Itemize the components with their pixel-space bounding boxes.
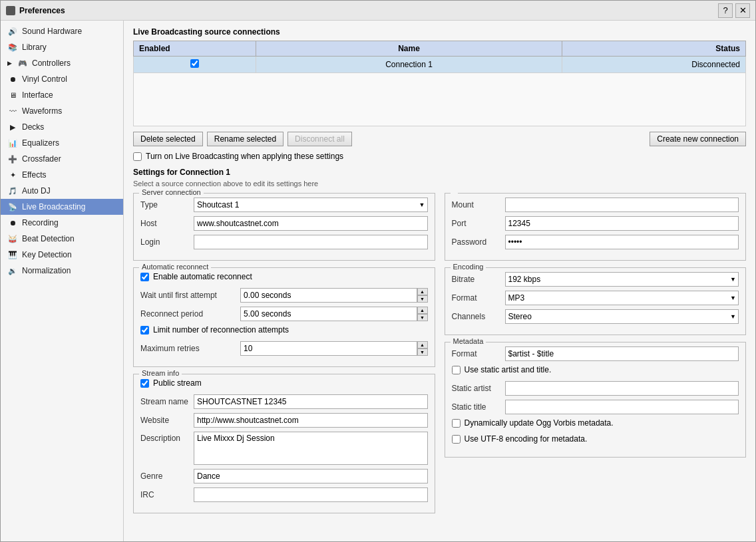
wait-row: Wait until first attempt ▲ ▼ bbox=[140, 288, 428, 303]
sidebar-item-waveforms[interactable]: 〰Waveforms bbox=[1, 103, 123, 119]
sidebar-item-interface[interactable]: 🖥Interface bbox=[1, 87, 123, 103]
create-new-connection-button[interactable]: Create new connection bbox=[650, 132, 746, 146]
sidebar-icon-beat-detection: 🥁 bbox=[7, 233, 18, 244]
main-panel: Live Broadcasting source connections Ena… bbox=[124, 21, 755, 541]
left-col: Server connection Type Shoutcast 1 Shout… bbox=[133, 193, 435, 520]
wait-input[interactable] bbox=[240, 288, 417, 303]
sidebar-item-crossfader[interactable]: ➕Crossfader bbox=[1, 151, 123, 167]
wait-down-btn[interactable]: ▼ bbox=[417, 295, 428, 303]
host-row: Host bbox=[140, 216, 428, 231]
reconnect-spinner: ▲ ▼ bbox=[240, 307, 428, 321]
port-input[interactable] bbox=[505, 216, 739, 231]
password-label: Password bbox=[452, 237, 505, 247]
sidebar-label-key-detection: Key Detection bbox=[22, 250, 72, 259]
use-static-checkbox[interactable] bbox=[452, 366, 461, 374]
sidebar-item-equalizers[interactable]: 📊Equalizers bbox=[1, 135, 123, 151]
sidebar-icon-decks: ▶ bbox=[7, 122, 18, 132]
mount-label: Mount bbox=[452, 200, 505, 209]
dynamic-ogg-row: Dynamically update Ogg Vorbis metadata. bbox=[452, 418, 739, 428]
use-static-label: Use static artist and title. bbox=[465, 365, 552, 374]
bitrate-select[interactable]: 64 kbps 128 kbps 192 kbps 256 kbps 320 k… bbox=[505, 272, 739, 287]
reconnect-up-btn[interactable]: ▲ bbox=[417, 307, 428, 314]
website-row: Website bbox=[140, 413, 428, 428]
sidebar-label-beat-detection: Beat Detection bbox=[22, 234, 75, 243]
sidebar-label-auto-dj: Auto DJ bbox=[22, 186, 51, 196]
login-label: Login bbox=[140, 237, 194, 247]
max-retries-down-btn[interactable]: ▼ bbox=[417, 348, 428, 356]
irc-label: IRC bbox=[140, 490, 194, 499]
sidebar-item-key-detection[interactable]: 🎹Key Detection bbox=[1, 247, 123, 263]
delete-selected-button[interactable]: Delete selected bbox=[133, 132, 203, 146]
conn-name-cell: Connection 1 bbox=[256, 57, 562, 73]
mount-input[interactable] bbox=[505, 198, 739, 212]
genre-label: Genre bbox=[140, 472, 194, 481]
window-title: Preferences bbox=[19, 6, 65, 15]
sidebar-label-vinyl-control: Vinyl Control bbox=[22, 74, 67, 84]
website-input[interactable] bbox=[194, 413, 428, 428]
stream-name-input[interactable] bbox=[194, 394, 428, 409]
genre-row: Genre bbox=[140, 469, 428, 483]
sidebar-icon-interface: 🖥 bbox=[7, 90, 18, 100]
limit-checkbox[interactable] bbox=[140, 326, 149, 335]
auto-reconnect-group: Automatic reconnect Enable automatic rec… bbox=[133, 267, 435, 367]
static-title-input[interactable] bbox=[505, 400, 739, 414]
reconnect-input[interactable] bbox=[240, 307, 417, 321]
mount-row: Mount bbox=[452, 198, 739, 212]
table-row[interactable]: Connection 1 Disconnected bbox=[134, 57, 746, 73]
type-select[interactable]: Shoutcast 1 Shoutcast 2 Icecast 2 bbox=[194, 198, 428, 212]
table-empty-row bbox=[134, 73, 746, 126]
sidebar-label-waveforms: Waveforms bbox=[22, 106, 62, 116]
max-retries-input[interactable] bbox=[240, 341, 417, 356]
public-stream-row: Public stream bbox=[140, 378, 428, 388]
app-icon bbox=[6, 6, 15, 15]
close-button[interactable]: ✕ bbox=[735, 3, 750, 18]
sidebar-item-controllers[interactable]: ▶🎮Controllers bbox=[1, 55, 123, 71]
sidebar-item-sound-hardware[interactable]: 🔊Sound Hardware bbox=[1, 23, 123, 39]
max-retries-up-btn[interactable]: ▲ bbox=[417, 341, 428, 348]
sidebar-item-auto-dj[interactable]: 🎵Auto DJ bbox=[1, 183, 123, 199]
password-input[interactable] bbox=[505, 235, 739, 249]
public-stream-label: Public stream bbox=[153, 378, 202, 388]
conn-enabled-cell[interactable] bbox=[134, 57, 256, 73]
sidebar-item-library[interactable]: 📚Library bbox=[1, 39, 123, 55]
bitrate-row: Bitrate 64 kbps 128 kbps 192 kbps 256 kb… bbox=[452, 272, 739, 287]
sidebar-item-beat-detection[interactable]: 🥁Beat Detection bbox=[1, 231, 123, 247]
channels-select[interactable]: Stereo Mono bbox=[505, 309, 739, 324]
sidebar-item-normalization[interactable]: 🔉Normalization bbox=[1, 263, 123, 279]
server-connection-label: Server connection bbox=[139, 188, 204, 196]
sidebar-icon-effects: ✦ bbox=[7, 170, 18, 180]
metadata-label: Metadata bbox=[451, 337, 486, 345]
dynamic-ogg-checkbox[interactable] bbox=[452, 419, 461, 428]
rename-selected-button[interactable]: Rename selected bbox=[207, 132, 284, 146]
wait-up-btn[interactable]: ▲ bbox=[417, 288, 428, 295]
turn-on-checkbox[interactable] bbox=[133, 152, 142, 161]
public-stream-checkbox[interactable] bbox=[140, 379, 149, 388]
help-button[interactable]: ? bbox=[718, 3, 733, 18]
irc-input[interactable] bbox=[194, 487, 428, 502]
sidebar-item-live-broadcasting[interactable]: 📡Live Broadcasting bbox=[1, 199, 123, 215]
sidebar-item-recording[interactable]: ⏺Recording bbox=[1, 215, 123, 231]
col-status: Status bbox=[562, 41, 746, 57]
format-select[interactable]: MP3 OGG AAC bbox=[505, 291, 739, 305]
meta-format-input[interactable] bbox=[505, 346, 739, 361]
enable-reconnect-checkbox[interactable] bbox=[140, 273, 149, 281]
static-artist-input[interactable] bbox=[505, 381, 739, 396]
disconnect-all-button[interactable]: Disconnect all bbox=[287, 132, 352, 146]
stream-info-group: Stream info Public stream Stream name We… bbox=[133, 374, 435, 513]
sidebar-arrow-controllers: ▶ bbox=[7, 60, 12, 67]
encoding-group: Encoding Bitrate 64 kbps 128 kbps 192 kb… bbox=[445, 267, 747, 335]
host-input[interactable] bbox=[194, 216, 428, 231]
port-label: Port bbox=[452, 219, 505, 228]
sidebar-item-effects[interactable]: ✦Effects bbox=[1, 167, 123, 183]
reconnect-period-row: Reconnect period ▲ ▼ bbox=[140, 307, 428, 321]
enable-reconnect-label: Enable automatic reconnect bbox=[153, 272, 252, 281]
description-textarea[interactable]: Live Mixxx Dj Session bbox=[194, 432, 428, 465]
utf8-checkbox[interactable] bbox=[452, 435, 461, 444]
sidebar-item-vinyl-control[interactable]: ⏺Vinyl Control bbox=[1, 71, 123, 87]
conn-enabled-checkbox[interactable] bbox=[190, 59, 199, 68]
sidebar-item-decks[interactable]: ▶Decks bbox=[1, 119, 123, 135]
description-label: Description bbox=[140, 432, 194, 443]
reconnect-down-btn[interactable]: ▼ bbox=[417, 314, 428, 321]
login-input[interactable] bbox=[194, 235, 428, 249]
genre-input[interactable] bbox=[194, 469, 428, 483]
